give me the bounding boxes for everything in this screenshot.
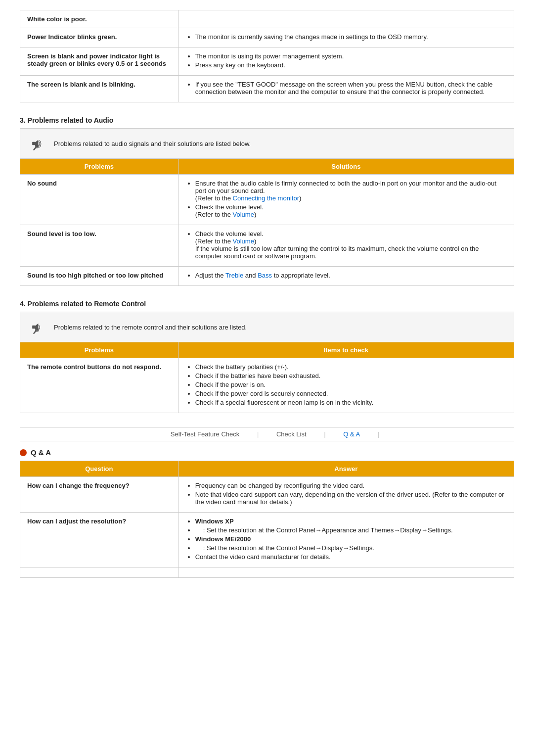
audio-section-heading: 3. Problems related to Audio [20,116,514,124]
qa-col-answer: Answer [178,461,514,477]
qa-answer-cell [178,567,514,578]
audio-desc-text: Problems related to audio signals and th… [54,140,251,147]
qa-table: Question Answer How can I change the fre… [20,461,514,578]
audio-icon-desc-row: Problems related to audio signals and th… [20,128,514,158]
qa-col-question: Question [20,461,178,477]
nav-check-list[interactable]: Check List [268,430,314,438]
qa-dot-icon [20,449,27,456]
remote-desc-text: Problems related to the remote control a… [54,324,247,331]
audio-col-problems: Problems [20,159,178,175]
audio-solution-cell: Ensure that the audio cable is firmly co… [178,175,514,225]
screen-solution-cell: The monitor is using its power managemen… [178,47,514,76]
audio-problems-table: Problems Solutions No soundEnsure that t… [20,158,514,286]
navigation-bar: Self-Test Feature Check | Check List | Q… [20,427,514,441]
qa-header: Q & A [20,448,514,457]
audio-col-solutions: Solutions [178,159,514,175]
screen-solution-cell: If you see the "TEST GOOD" message on th… [178,76,514,102]
audio-solution-cell: Adjust the Treble and Bass to appropriat… [178,267,514,286]
remote-icon-desc-row: Problems related to the remote control a… [20,312,514,342]
audio-problem-cell: No sound [20,175,178,225]
remote-col-check: Items to check [178,342,514,358]
qa-title: Q & A [31,448,51,457]
qa-answer-cell: Frequency can be changed by reconfigurin… [178,477,514,513]
screen-problem-cell: Power Indicator blinks green. [20,28,178,47]
audio-solution-cell: Check the volume level.(Refer to the Vol… [178,225,514,267]
screen-solution-cell: The monitor is currently saving the chan… [178,28,514,47]
screen-problem-cell: White color is poor. [20,10,178,28]
qa-answer-cell: Windows XP: Set the resolution at the Co… [178,513,514,567]
remote-problem-cell: The remote control buttons do not respon… [20,358,178,413]
qa-question-cell: How can I adjust the resolution? [20,513,178,567]
remote-item-cell: Check the battery polarities (+/-).Check… [178,358,514,413]
screen-solution-cell [178,10,514,28]
audio-icon [26,133,48,154]
remote-col-problems: Problems [20,342,178,358]
audio-problem-cell: Sound level is too low. [20,225,178,267]
screen-problem-cell: Screen is blank and power indicator ligh… [20,47,178,76]
remote-icon [26,316,48,338]
screen-problems-table: White color is poor.Power Indicator blin… [20,10,514,102]
qa-question-cell [20,567,178,578]
remote-section-heading: 4. Problems related to Remote Control [20,300,514,308]
remote-problems-table: Problems Items to check The remote contr… [20,342,514,413]
svg-rect-0 [32,142,35,145]
nav-qa[interactable]: Q & A [335,430,368,438]
svg-rect-3 [32,326,35,329]
qa-question-cell: How can I change the frequency? [20,477,178,513]
screen-problem-cell: The screen is blank and is blinking. [20,76,178,102]
audio-problem-cell: Sound is too high pitched or too low pit… [20,267,178,286]
nav-self-test[interactable]: Self-Test Feature Check [163,430,247,438]
